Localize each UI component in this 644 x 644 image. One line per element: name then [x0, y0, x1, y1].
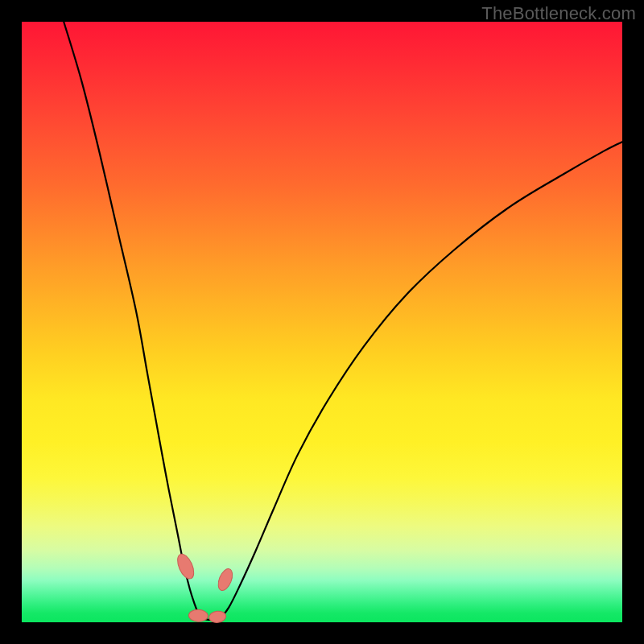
data-marker	[188, 609, 208, 622]
watermark-label: TheBottleneck.com	[481, 3, 636, 24]
curve-left-branch	[64, 22, 202, 619]
curve-right-branch	[220, 142, 622, 618]
data-marker	[216, 567, 235, 592]
data-marker	[174, 551, 196, 581]
chart-frame: TheBottleneck.com	[0, 0, 644, 644]
bottleneck-curve	[22, 22, 622, 622]
plot-area	[22, 22, 622, 622]
data-marker	[208, 610, 226, 623]
